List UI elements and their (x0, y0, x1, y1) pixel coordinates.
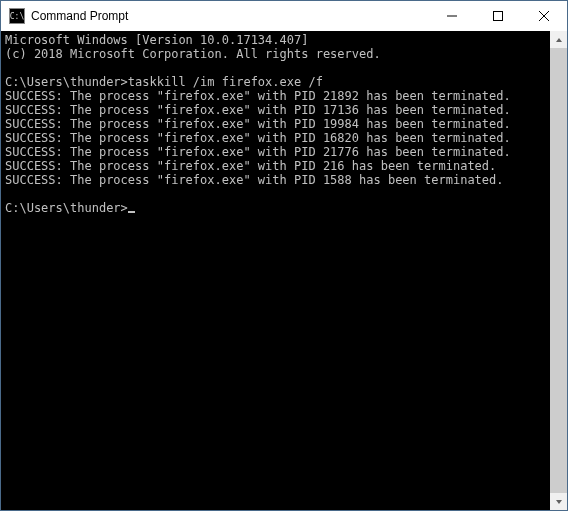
version-line: Microsoft Windows [Version 10.0.17134.40… (5, 33, 308, 47)
result-line: SUCCESS: The process "firefox.exe" with … (5, 103, 511, 117)
copyright-line: (c) 2018 Microsoft Corporation. All righ… (5, 47, 381, 61)
scrollbar-thumb[interactable] (550, 48, 567, 493)
result-line: SUCCESS: The process "firefox.exe" with … (5, 145, 511, 159)
result-line: SUCCESS: The process "firefox.exe" with … (5, 117, 511, 131)
prompt-path: C:\Users\thunder> (5, 201, 128, 215)
scroll-up-button[interactable] (550, 31, 567, 48)
scroll-down-button[interactable] (550, 493, 567, 510)
svg-marker-4 (556, 38, 562, 42)
svg-marker-5 (556, 500, 562, 504)
result-line: SUCCESS: The process "firefox.exe" with … (5, 173, 504, 187)
command-prompt-window: C:\ Command Prompt Microsoft Windows [Ve… (0, 0, 568, 511)
minimize-button[interactable] (429, 1, 475, 31)
vertical-scrollbar[interactable] (550, 31, 567, 510)
client-area: Microsoft Windows [Version 10.0.17134.40… (1, 31, 567, 510)
maximize-button[interactable] (475, 1, 521, 31)
scrollbar-track[interactable] (550, 48, 567, 493)
cmd-icon: C:\ (9, 8, 25, 24)
text-cursor (128, 211, 135, 213)
terminal-output[interactable]: Microsoft Windows [Version 10.0.17134.40… (1, 31, 550, 510)
result-line: SUCCESS: The process "firefox.exe" with … (5, 131, 511, 145)
entered-command: taskkill /im firefox.exe /f (128, 75, 323, 89)
window-title: Command Prompt (31, 1, 429, 31)
titlebar[interactable]: C:\ Command Prompt (1, 1, 567, 31)
window-controls (429, 1, 567, 31)
svg-rect-1 (494, 12, 503, 21)
close-button[interactable] (521, 1, 567, 31)
prompt-path: C:\Users\thunder> (5, 75, 128, 89)
result-line: SUCCESS: The process "firefox.exe" with … (5, 159, 496, 173)
result-line: SUCCESS: The process "firefox.exe" with … (5, 89, 511, 103)
